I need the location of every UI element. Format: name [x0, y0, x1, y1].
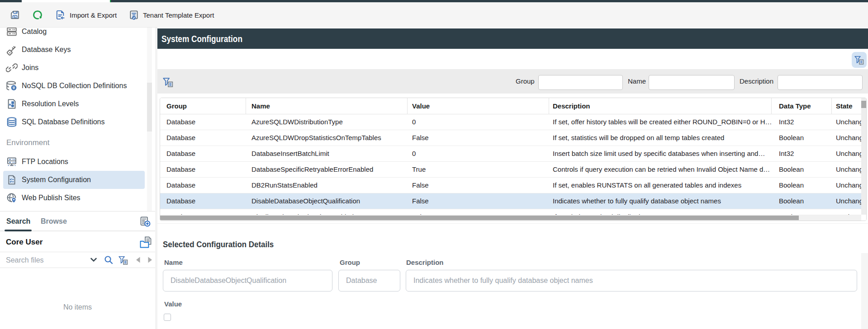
table-body: DatabaseAzureSQLDWDistributionType0If se…	[160, 114, 866, 215]
table-row[interactable]: DatabaseAzureSQLDWDistributionType0If se…	[160, 114, 866, 130]
cell-name: DB2RunStatsEnabled	[246, 178, 408, 193]
cell-name: AzureSQLDWDropStatisticsOnTempTables	[246, 130, 408, 146]
cell-description: If set, enables RUNSTATS on all generate…	[549, 178, 772, 193]
table-vertical-scrollbar-thumb[interactable]	[861, 101, 866, 108]
folder-copy-icon	[139, 236, 152, 249]
column-header-description[interactable]: Description	[549, 98, 772, 114]
refresh-button[interactable]	[33, 9, 43, 21]
sidebar-item-label: Catalog	[22, 28, 47, 41]
copy-document-button[interactable]	[139, 236, 152, 249]
save-icon	[10, 10, 20, 20]
no-items-text: No items	[0, 303, 155, 311]
column-header-group[interactable]: Group	[160, 98, 246, 114]
filter-name-input[interactable]	[649, 75, 735, 90]
column-header-name[interactable]: Name	[246, 98, 408, 114]
sidebar-tabs: Search Browse	[0, 212, 155, 231]
cell-data-type: Boolean	[772, 178, 832, 193]
chevron-down-icon	[89, 255, 99, 265]
sidebar-item-label: SQL Database Definitions	[22, 113, 105, 131]
tab-search[interactable]: Search	[6, 212, 30, 231]
sidebar-item-joins[interactable]: Joins	[0, 59, 145, 77]
search-dropdown-button[interactable]	[89, 255, 99, 265]
web-publish-icon	[6, 192, 18, 204]
cell-data-type: Boolean	[772, 130, 832, 146]
new-document-button[interactable]	[139, 216, 151, 228]
table-row[interactable]: DatabaseDisableDatabaseObjectQualificati…	[160, 193, 866, 209]
table-row[interactable]: DatabaseAzureSQLDWDropStatisticsOnTempTa…	[160, 130, 866, 146]
tenant-template-export-label: Tenant Template Export	[143, 11, 214, 19]
system-configuration-icon	[6, 174, 18, 186]
next-result-button[interactable]	[145, 255, 155, 265]
refresh-icon	[33, 10, 43, 20]
column-header-value[interactable]: Value	[408, 98, 549, 114]
configuration-table: GroupNameValueDescriptionData TypeState …	[160, 98, 867, 221]
catalog-icon	[6, 28, 18, 38]
tenant-template-export-icon	[128, 9, 139, 20]
cell-value: False	[408, 178, 549, 193]
cell-description: Controls if query execution can be retri…	[549, 162, 772, 178]
table-row[interactable]: DatabaseDB2RunStatsEnabledFalseIf set, e…	[160, 178, 866, 193]
filter-row-funnel-button[interactable]	[163, 76, 174, 87]
sidebar-item-database-keys[interactable]: Database Keys	[0, 41, 145, 59]
details-value-checkbox[interactable]	[164, 314, 171, 321]
cell-value: False	[408, 130, 549, 146]
page-title: System Configuration	[161, 28, 242, 49]
import-export-button[interactable]: Import & Export	[55, 9, 117, 21]
resolution-levels-icon	[6, 98, 18, 110]
sidebar-item-system-configuration[interactable]: System Configuration	[3, 171, 145, 189]
column-header-data-type[interactable]: Data Type	[772, 98, 832, 114]
table-row[interactable]: DatabaseDatabaseSpecificRetryableErrorEn…	[160, 162, 866, 178]
cell-value: 0	[408, 146, 549, 162]
tab-browse[interactable]: Browse	[41, 212, 67, 231]
table-row[interactable]: DatabaseDatabaseInsertBatchLimit0Insert …	[160, 146, 866, 162]
sidebar-item-sql-database-definitions[interactable]: SQL Database Definitions	[0, 113, 145, 131]
filter-list-icon	[854, 55, 864, 65]
sidebar-item-ftp-locations[interactable]: FTP Locations	[0, 153, 145, 171]
search-filter-button[interactable]	[119, 255, 128, 265]
sidebar-item-label: Joins	[22, 59, 38, 77]
filter-list-icon	[163, 76, 174, 87]
sidebar-item-resolution-levels[interactable]: Resolution Levels	[0, 95, 145, 113]
details-name-label: Name	[164, 258, 183, 266]
cell-name: DatabaseInsertBatchLimit	[246, 146, 408, 162]
cell-group: Database	[160, 130, 246, 146]
filter-toggle-button[interactable]	[852, 52, 867, 68]
details-name-input[interactable]	[163, 270, 332, 291]
document-plus-icon	[139, 216, 151, 228]
tenant-template-export-button[interactable]: Tenant Template Export	[128, 9, 214, 21]
sidebar-tree: Catalog Database Keys Joins NoSQL DB Col…	[0, 28, 155, 211]
sidebar-item-label: FTP Locations	[22, 153, 68, 171]
table-vertical-scrollbar-track[interactable]	[861, 98, 866, 215]
filter-description-input[interactable]	[778, 75, 863, 90]
search-button[interactable]	[104, 255, 114, 265]
sidebar-item-label: Web Publish Sites	[22, 189, 81, 207]
core-user-title: Core User	[6, 232, 43, 252]
details-description-input[interactable]	[406, 270, 857, 291]
table-row[interactable]: DatabaseDistributedLoadBalancingEnabledF…	[160, 209, 866, 215]
sidebar-item-label: NoSQL DB Collection Definitions	[22, 77, 127, 95]
joins-icon	[6, 62, 18, 74]
sidebar-scrollbar-thumb[interactable]	[147, 83, 152, 132]
cell-data-type: Boolean	[772, 209, 832, 215]
table-horizontal-scrollbar-thumb[interactable]	[160, 216, 799, 220]
details-scrollbar-track[interactable]	[861, 253, 868, 329]
cell-group: Database	[160, 162, 246, 178]
cell-value: 0	[408, 114, 549, 130]
scrollbar-corner	[861, 215, 866, 221]
sidebar-section-environment: Environment	[6, 135, 142, 151]
search-files-input[interactable]: Search files	[6, 252, 44, 268]
sidebar-bottom-panel: Search Browse Core User	[0, 211, 155, 329]
details-group-input[interactable]	[338, 270, 400, 291]
cell-description: If set, offer history tables will be cre…	[549, 114, 772, 130]
filter-group-input[interactable]	[538, 75, 623, 90]
toolbar: Import & Export Tenant Template Export	[0, 2, 868, 28]
sql-database-icon	[6, 116, 18, 128]
import-export-label: Import & Export	[70, 11, 117, 19]
previous-result-button[interactable]	[133, 255, 143, 265]
cell-data-type: Boolean	[772, 162, 832, 178]
sidebar-item-web-publish-sites[interactable]: Web Publish Sites	[0, 189, 145, 207]
sidebar: Catalog Database Keys Joins NoSQL DB Col…	[0, 28, 155, 329]
sidebar-item-catalog[interactable]: Catalog	[0, 28, 145, 41]
sidebar-item-nosql-db-collection-definitions[interactable]: NoSQL DB Collection Definitions	[0, 77, 145, 95]
save-button[interactable]	[10, 9, 20, 21]
